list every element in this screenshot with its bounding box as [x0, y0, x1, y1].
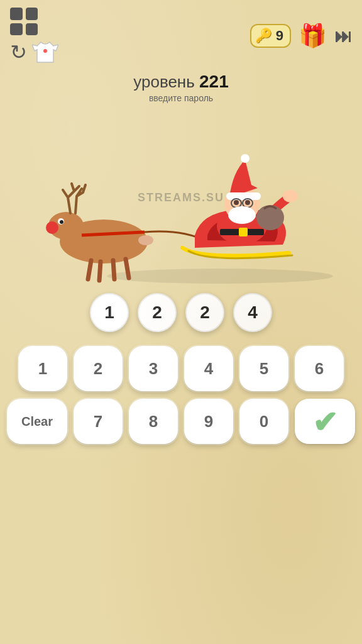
- svg-line-8: [99, 262, 101, 280]
- answer-digit-2: 2: [138, 293, 177, 332]
- answer-digit-1: 1: [90, 293, 129, 332]
- svg-point-17: [245, 200, 250, 205]
- key-3[interactable]: 3: [129, 346, 178, 391]
- skip-icon[interactable]: ⏭: [334, 26, 352, 47]
- keyboard-row-2: Clear 7 8 9 0 ✔: [5, 399, 357, 444]
- top-right-controls: 🔑 9 🎁 ⏭: [250, 23, 352, 49]
- menu-button[interactable]: [10, 8, 38, 35]
- answer-display: 1 2 2 4: [0, 293, 362, 332]
- submit-button[interactable]: ✔: [295, 399, 355, 444]
- clear-button[interactable]: Clear: [7, 399, 67, 444]
- svg-point-6: [60, 220, 63, 224]
- puzzle-area: STREAMS.SU: [0, 109, 362, 286]
- key-2[interactable]: 2: [74, 346, 123, 391]
- answer-digit-3: 2: [185, 293, 224, 332]
- svg-rect-14: [226, 192, 261, 200]
- level-number: 221: [199, 72, 229, 91]
- top-bar: ↺ 🔑 9 🎁 ⏭: [0, 0, 362, 69]
- action-row: ↺: [10, 40, 58, 64]
- puzzle-image: [0, 109, 362, 286]
- svg-rect-23: [239, 228, 248, 236]
- key-count: 9: [276, 28, 283, 44]
- key-1[interactable]: 1: [18, 346, 67, 391]
- key-4[interactable]: 4: [184, 346, 233, 391]
- svg-point-24: [283, 190, 298, 203]
- svg-point-15: [241, 154, 250, 163]
- svg-point-4: [46, 221, 58, 234]
- key-9[interactable]: 9: [184, 399, 233, 444]
- gift-icon[interactable]: 🎁: [299, 23, 327, 49]
- refresh-icon[interactable]: ↺: [10, 40, 27, 64]
- answer-digit-4: 4: [233, 293, 272, 332]
- svg-line-10: [126, 259, 129, 278]
- key-6[interactable]: 6: [295, 346, 344, 391]
- top-left-controls: ↺: [10, 8, 58, 64]
- svg-point-16: [234, 200, 239, 205]
- level-label: уровень 221: [0, 72, 362, 92]
- svg-point-1: [107, 269, 333, 284]
- svg-point-21: [228, 206, 256, 224]
- key-0[interactable]: 0: [239, 399, 288, 444]
- svg-point-25: [256, 205, 284, 230]
- checkmark-icon: ✔: [312, 408, 337, 438]
- svg-line-7: [88, 260, 91, 279]
- level-section: уровень 221 введите пароль: [0, 72, 362, 103]
- key-5[interactable]: 5: [239, 346, 288, 391]
- key-icon: 🔑: [255, 28, 272, 44]
- shirt-icon[interactable]: [32, 41, 58, 64]
- key-8[interactable]: 8: [129, 399, 178, 444]
- keyboard-row-1: 1 2 3 4 5 6: [5, 346, 357, 391]
- key-7[interactable]: 7: [74, 399, 123, 444]
- key-badge: 🔑 9: [250, 24, 291, 48]
- svg-point-11: [138, 235, 153, 245]
- keyboard: 1 2 3 4 5 6 Clear 7 8 9 0 ✔: [0, 336, 362, 444]
- svg-line-9: [113, 260, 114, 279]
- svg-point-0: [43, 49, 47, 53]
- password-hint: введите пароль: [0, 93, 362, 103]
